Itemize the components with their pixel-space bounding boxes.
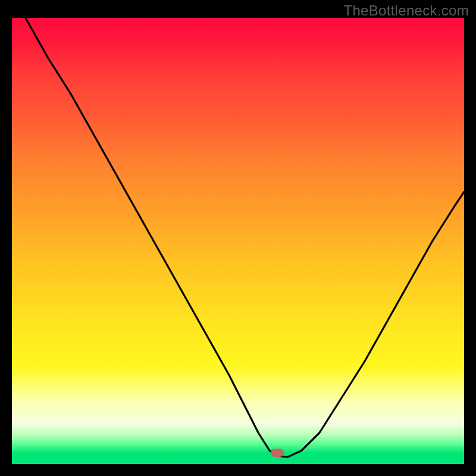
plot-area	[12, 18, 464, 464]
curve-path	[26, 18, 464, 457]
bottleneck-curve	[12, 18, 464, 464]
optimum-marker	[271, 449, 284, 457]
chart-frame: TheBottleneck.com	[0, 0, 476, 476]
watermark-text: TheBottleneck.com	[343, 2, 469, 19]
